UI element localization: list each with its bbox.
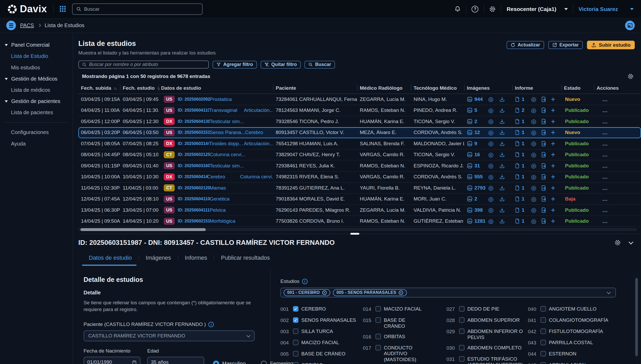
add-report-icon[interactable]: + <box>551 207 555 214</box>
send-report-icon[interactable] <box>541 152 547 157</box>
preview-images-icon[interactable]: ◎ <box>488 196 493 202</box>
download-images-icon[interactable] <box>499 107 505 113</box>
preview-report-icon[interactable]: ◎ <box>531 207 536 213</box>
send-report-icon[interactable] <box>541 141 547 147</box>
column-header[interactable]: Fech. subida↑↓ <box>78 83 120 94</box>
sidebar-item[interactable]: Configuraciones <box>0 127 73 138</box>
preview-images-icon[interactable]: ◎ <box>488 118 493 124</box>
panel-resize-handle[interactable] <box>350 233 359 235</box>
checkbox[interactable] <box>459 306 464 312</box>
remove-filter-button[interactable]: Quitar filtro <box>261 61 301 69</box>
preview-report-icon[interactable]: ◎ <box>531 196 536 202</box>
estudio-option[interactable]: 015BASE DE CRÁNEO <box>363 317 446 329</box>
tab-informes[interactable]: Informes <box>178 253 214 263</box>
checkbox[interactable] <box>540 340 546 345</box>
sidebar-item[interactable]: Lista de pacientes <box>0 107 73 118</box>
send-report-icon[interactable] <box>541 163 547 169</box>
column-header[interactable]: Datos de estudio <box>158 83 273 94</box>
scrollbar-thumb[interactable] <box>635 278 638 356</box>
send-report-icon[interactable] <box>541 107 547 113</box>
collapse-panel-icon[interactable] <box>628 240 633 244</box>
edad-input[interactable] <box>151 359 201 364</box>
table-row[interactable]: 08/04/25 | 04:45PM08/04/25 | 05:10PMCTID… <box>78 149 641 161</box>
procedure-link[interactable]: Cerebro <box>207 174 240 180</box>
download-images-icon[interactable] <box>499 130 505 135</box>
calendar-icon[interactable] <box>132 360 137 364</box>
horizontal-scrollbar[interactable] <box>78 228 637 231</box>
global-search[interactable] <box>72 3 203 15</box>
preview-images-icon[interactable]: ◎ <box>488 207 493 213</box>
estudio-option[interactable]: 044ESTERNON <box>528 351 627 358</box>
table-search-input[interactable] <box>89 62 205 67</box>
send-report-icon[interactable] <box>541 207 547 213</box>
preview-images-icon[interactable]: ◎ <box>488 141 493 147</box>
procedure-link[interactable]: Articulación... <box>244 141 273 147</box>
preview-report-icon[interactable]: ◎ <box>531 218 536 224</box>
estudio-option[interactable]: 045ARTICULACION TEMPOPOMANDIBULAR. <box>528 362 627 364</box>
paciente-select[interactable]: CASTILLO RAMÍREZ VICTOR FERNANDO <box>84 330 255 341</box>
add-report-icon[interactable]: + <box>551 162 555 169</box>
row-actions-button[interactable]: ... <box>594 185 641 191</box>
send-report-icon[interactable] <box>541 185 547 191</box>
preview-images-icon[interactable]: ◎ <box>488 152 493 158</box>
table-row[interactable]: 12/04/25 | 07:45AM12/04/25 | 08:10AMUSID… <box>78 194 641 205</box>
row-actions-button[interactable]: ... <box>594 207 641 213</box>
row-actions-button[interactable]: ... <box>594 129 641 136</box>
add-report-icon[interactable]: + <box>551 184 555 192</box>
settings-gear-icon[interactable] <box>489 6 496 13</box>
remove-chip-icon[interactable]: × <box>322 290 327 295</box>
table-search[interactable] <box>78 60 209 69</box>
add-report-icon[interactable]: + <box>551 195 555 203</box>
table-row[interactable]: 06/04/25 | 03:20PM06/04/25 | 03:50PMUSID… <box>78 127 641 138</box>
tab-im-genes[interactable]: Imágenes <box>139 253 178 263</box>
notifications-bell-icon[interactable] <box>454 6 461 12</box>
column-header[interactable]: Acciones <box>594 83 641 94</box>
fecha-nacimiento-input[interactable] <box>87 359 132 364</box>
estudio-option[interactable]: 043PARRILLA COSTAL <box>528 339 627 347</box>
breadcrumb-root[interactable]: PACS <box>20 22 34 28</box>
tab-datos-de-estudio[interactable]: Datos de estudio <box>78 253 139 263</box>
checkbox[interactable] <box>293 362 298 364</box>
estudio-option[interactable]: 031ESTUDIO TRIFÁSICO (ABDOMEN SUPERIOR) <box>446 356 528 364</box>
export-button[interactable]: Exportar <box>548 41 583 49</box>
info-icon[interactable]: i <box>302 279 308 284</box>
table-row[interactable]: 10/04/25 | 10:00AM10/04/25 | 10:30AMDXID… <box>78 172 641 183</box>
procedure-link[interactable]: Pelvica <box>210 207 245 213</box>
preview-report-icon[interactable]: ◎ <box>531 96 536 102</box>
row-actions-button[interactable]: ... <box>594 218 641 224</box>
scrollbar-thumb[interactable] <box>80 228 206 231</box>
checkbox[interactable] <box>375 306 381 312</box>
checkbox[interactable] <box>459 329 464 334</box>
checkbox[interactable] <box>540 362 546 364</box>
global-search-input[interactable] <box>84 6 198 12</box>
preview-report-icon[interactable]: ◎ <box>531 107 536 113</box>
search-button[interactable]: Buscar <box>304 61 335 69</box>
user-menu[interactable]: Victoria Suarez <box>579 6 634 12</box>
sort-icon[interactable]: ↑↓ <box>114 86 116 90</box>
checkbox[interactable] <box>293 329 298 334</box>
tab-publicar-resultados[interactable]: Publicar resultados <box>214 253 277 263</box>
row-actions-button[interactable]: ... <box>594 141 641 147</box>
estudio-option[interactable]: 014MACIZO FACIAL <box>363 306 446 313</box>
table-row[interactable]: 09/04/25 | 01:15PM09/04/25 | 01:40PMUSID… <box>78 160 641 172</box>
estudio-option[interactable]: 040ANGIOTEM CUELLO <box>528 306 627 313</box>
sidebar-group[interactable]: Gestión de Médicos <box>0 74 73 84</box>
menu-hamburger-button[interactable] <box>6 21 16 30</box>
estudio-option[interactable]: 003SILLA TURCA <box>280 328 363 335</box>
add-filter-button[interactable]: Agregar filtro <box>213 61 257 69</box>
org-selector[interactable]: Resocenter (Caja1) <box>507 6 568 12</box>
table-row[interactable]: 14/04/25 | 09:50AM14/04/25 | 10:20AMUSID… <box>78 216 641 227</box>
info-icon[interactable]: i <box>208 322 214 327</box>
preview-images-icon[interactable]: ◎ <box>488 130 493 136</box>
fecha-nacimiento-field[interactable] <box>84 357 140 364</box>
checkbox[interactable] <box>459 317 464 323</box>
estudio-option[interactable]: 005BASE DE CRÁNEO <box>280 351 363 358</box>
estudio-option[interactable]: 017CONDUCTO AUDITIVO (MASTOIDES) <box>363 345 446 363</box>
estudios-multiselect[interactable]: 001 - CEREBRO×005 - SENOS PARANASALES× <box>280 288 616 298</box>
checkbox[interactable] <box>459 345 464 350</box>
download-images-icon[interactable] <box>499 185 505 191</box>
row-actions-button[interactable]: ... <box>594 174 641 180</box>
download-images-icon[interactable] <box>499 207 505 213</box>
checkbox[interactable] <box>459 356 464 362</box>
add-report-icon[interactable]: + <box>551 118 555 125</box>
